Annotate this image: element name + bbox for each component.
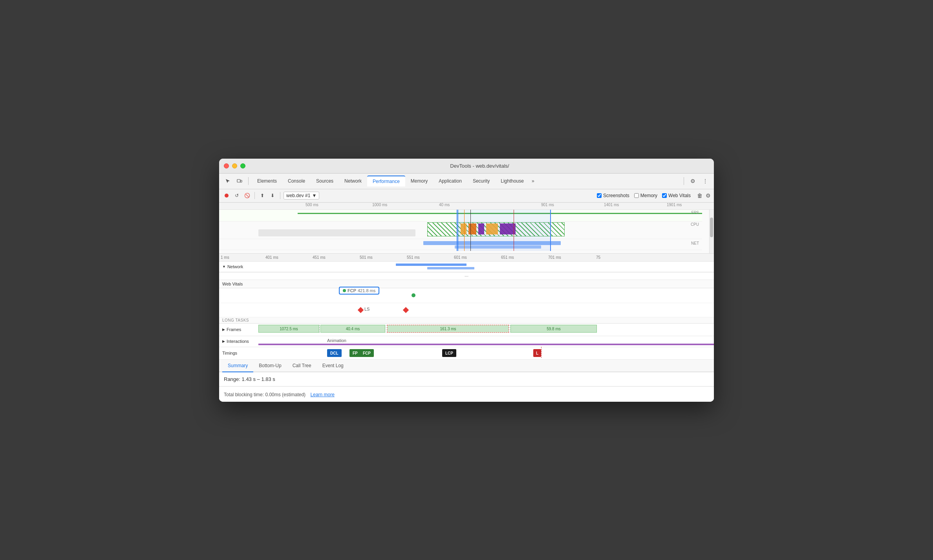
summary-area: Range: 1.43 s – 1.83 s [219, 372, 714, 386]
fcp-badge[interactable]: FCP 421.8 ms [339, 287, 379, 295]
devtools-window: DevTools - web.dev/vitals/ Elements Cons… [219, 159, 714, 402]
interaction-bar [258, 344, 714, 345]
tab-elements[interactable]: Elements [252, 176, 282, 186]
ruler-1401ms: 1401 ms [604, 203, 619, 207]
detail-551ms: 551 ms [407, 255, 420, 260]
detail-651ms: 651 ms [501, 255, 514, 260]
delete-recording-button[interactable]: 🗑 [695, 192, 704, 199]
frame-divider-3 [510, 325, 510, 333]
net-label: NET [691, 241, 699, 245]
window-title: DevTools - web.dev/vitals/ [250, 163, 709, 169]
interactions-collapse-icon: ▶ [222, 339, 225, 343]
close-button[interactable] [224, 163, 229, 168]
settings-icon[interactable]: ⚙ [687, 176, 698, 187]
lcp-timing-badge[interactable]: LCP [442, 349, 456, 357]
overview-scrollbar[interactable] [709, 210, 714, 253]
ruler-40ms: 40 ms [439, 203, 450, 207]
web-vitals-area: FCP 421.8 ms LS [219, 288, 714, 317]
session-selector[interactable]: web.dev #1 ▼ [284, 192, 319, 199]
tab-application[interactable]: Application [433, 176, 467, 186]
vline-start [458, 210, 458, 251]
frame-2-label: 40.4 ms [346, 327, 360, 331]
dcl-badge[interactable]: DCL [327, 349, 342, 357]
animation-label: Animation [327, 338, 346, 343]
reload-button[interactable]: ↺ [232, 191, 241, 200]
tab-sources[interactable]: Sources [311, 176, 339, 186]
network-collapse-icon[interactable]: ▼ [222, 265, 226, 269]
interactions-row[interactable]: ▶ Interactions Animation [219, 336, 714, 347]
frame-1-label: 1072.5 ms [280, 327, 298, 331]
tab-summary[interactable]: Summary [222, 360, 253, 372]
download-button[interactable]: ⬇ [268, 191, 277, 200]
ruler-500ms: 500 ms [306, 203, 318, 207]
record-button[interactable] [222, 191, 231, 200]
dropdown-arrow-icon: ▼ [312, 193, 316, 198]
cpu-label: CPU [691, 222, 699, 227]
screenshots-option[interactable]: Screenshots [597, 193, 629, 198]
clear-button[interactable]: 🚫 [243, 191, 251, 200]
detail-601ms: 601 ms [454, 255, 467, 260]
tab-performance[interactable]: Performance [367, 176, 405, 187]
detail-401ms: 401 ms [265, 255, 278, 260]
frames-row[interactable]: ▶ Frames 1072.5 ms 40.4 ms 161.3 ms [219, 324, 714, 336]
fps-label: FPS [692, 210, 699, 215]
network-row: ▼ Network [219, 262, 714, 272]
web-vitals-header: Web Vitals [219, 280, 714, 288]
svg-point-2 [225, 194, 229, 198]
tab-console[interactable]: Console [282, 176, 311, 186]
frame-block-2[interactable]: 40.4 ms [320, 325, 385, 333]
separator2 [684, 177, 684, 185]
more-tabs-icon[interactable]: » [529, 177, 537, 185]
memory-option[interactable]: Memory [634, 193, 657, 198]
ls-diamond-1 [358, 307, 364, 313]
timeline-ruler: 500 ms 1000 ms 40 ms 901 ms 1401 ms 1901… [219, 203, 714, 210]
nav-tabs: Elements Console Sources Network Perform… [252, 176, 681, 187]
frame-block-3[interactable]: 161.3 ms [387, 325, 509, 333]
nav-right-icons: ⚙ ⋮ [687, 176, 711, 187]
web-vitals-option[interactable]: Web Vitals [662, 193, 691, 198]
l-timing-badge[interactable]: L [533, 349, 541, 357]
timings-label: Timings [219, 351, 258, 355]
tab-security[interactable]: Security [467, 176, 495, 186]
detail-451ms: 451 ms [313, 255, 326, 260]
upload-button[interactable]: ⬆ [258, 191, 267, 200]
web-vitals-checkbox[interactable] [662, 193, 667, 198]
tab-memory[interactable]: Memory [405, 176, 433, 186]
capture-settings-icon[interactable]: ⚙ [706, 192, 711, 199]
screenshots-checkbox[interactable] [597, 193, 602, 198]
fcp-dot-secondary [412, 293, 415, 297]
blocking-text: Total blocking time: 0.00ms (estimated) [224, 392, 306, 397]
selection-overlay[interactable] [457, 210, 551, 251]
timings-row[interactable]: Timings DCL FP FCP [219, 347, 714, 360]
ls-row: LS [219, 303, 714, 317]
tab-lighthouse[interactable]: Lighthouse [495, 176, 529, 186]
frame-divider-2 [386, 325, 386, 333]
network-section: ▼ Network [219, 262, 714, 273]
menu-icon[interactable]: ⋮ [700, 176, 711, 187]
ruler-1000ms: 1000 ms [372, 203, 387, 207]
fullscreen-button[interactable] [240, 163, 245, 168]
frame-block-4[interactable]: 59.8 ms [510, 325, 597, 333]
performance-toolbar: ↺ 🚫 ⬆ ⬇ web.dev #1 ▼ Screenshots Memory [219, 189, 714, 203]
tab-call-tree[interactable]: Call Tree [287, 360, 317, 372]
svg-rect-0 [237, 179, 240, 182]
tab-network[interactable]: Network [339, 176, 367, 186]
responsive-icon[interactable] [234, 176, 245, 187]
fcp-timing-badge[interactable]: FCP [360, 349, 374, 357]
fp-badge[interactable]: FP [349, 349, 361, 357]
cursor-icon[interactable] [222, 176, 233, 187]
learn-more-link[interactable]: Learn more [311, 392, 335, 397]
tab-bottom-up[interactable]: Bottom-Up [253, 360, 287, 372]
minimize-button[interactable] [232, 163, 237, 168]
network-label[interactable]: ▼ Network [219, 263, 258, 271]
frame-block-1[interactable]: 1072.5 ms [258, 325, 319, 333]
timeline-overview[interactable]: 500 ms 1000 ms 40 ms 901 ms 1401 ms 1901… [219, 203, 714, 254]
track-area: ▶ Frames 1072.5 ms 40.4 ms 161.3 ms [219, 324, 714, 360]
tab-event-log[interactable]: Event Log [317, 360, 349, 372]
devtools-panel: Elements Console Sources Network Perform… [219, 174, 714, 402]
interactions-content: Animation [258, 336, 714, 347]
svg-rect-1 [240, 180, 242, 182]
overview-scrollbar-thumb [710, 218, 713, 237]
frame-divider-1 [319, 325, 320, 333]
memory-checkbox[interactable] [634, 193, 639, 198]
